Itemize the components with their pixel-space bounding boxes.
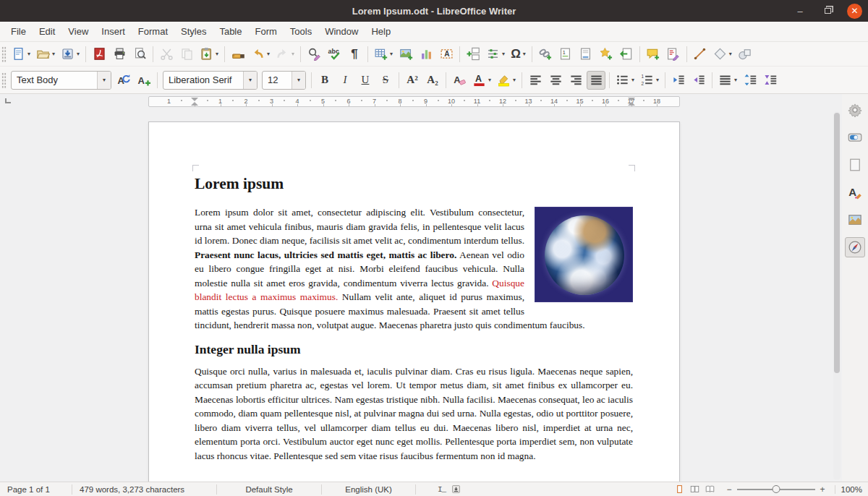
show-draw-functions-button[interactable] xyxy=(736,45,754,64)
dropdown-arrow-icon[interactable]: ▾ xyxy=(502,51,505,57)
vertical-scrollbar[interactable] xyxy=(833,111,841,480)
menu-view[interactable]: View xyxy=(61,23,95,40)
find-and-replace-button[interactable] xyxy=(305,45,323,64)
properties-deck-tab[interactable] xyxy=(845,127,865,147)
strikethrough-button[interactable]: S xyxy=(376,71,395,90)
menu-window[interactable]: Window xyxy=(318,23,365,40)
tab-stop-selector-icon[interactable] xyxy=(5,98,11,103)
menu-table[interactable]: Table xyxy=(213,23,248,40)
align-right-button[interactable] xyxy=(566,71,585,90)
dropdown-arrow-icon[interactable]: ▾ xyxy=(390,51,393,57)
document-heading-1[interactable]: Lorem ipsum xyxy=(195,174,633,193)
dropdown-arrow-icon[interactable]: ▾ xyxy=(513,77,516,83)
insert-page-break-button[interactable] xyxy=(464,45,482,64)
line-spacing-button[interactable]: ▾ xyxy=(716,71,739,90)
chevron-down-icon[interactable]: ▾ xyxy=(292,72,305,89)
right-indent-marker[interactable] xyxy=(628,98,635,101)
restore-button[interactable] xyxy=(820,3,835,19)
zoom-slider-thumb[interactable] xyxy=(772,485,780,493)
document-image-earth[interactable] xyxy=(535,207,633,302)
formatting-marks-button[interactable]: ¶ xyxy=(345,45,364,64)
zoom-slider[interactable]: − + xyxy=(723,484,829,495)
chevron-down-icon[interactable]: ▾ xyxy=(243,72,257,89)
open-file-button[interactable]: ▾ xyxy=(34,45,57,64)
align-center-button[interactable] xyxy=(546,71,565,90)
print-button[interactable] xyxy=(110,45,129,64)
zoom-in-icon[interactable]: + xyxy=(817,484,829,495)
document-heading-2[interactable]: Integer nulla ipsum xyxy=(195,341,633,357)
scrollbar-thumb[interactable] xyxy=(834,113,840,373)
save-button[interactable]: ▾ xyxy=(59,45,82,64)
font-name-combo-value[interactable]: Liberation Serif xyxy=(163,74,243,85)
menu-format[interactable]: Format xyxy=(132,23,174,40)
menu-form[interactable]: Form xyxy=(248,23,283,40)
zoom-level-value[interactable]: 100% xyxy=(835,485,868,494)
toolbar-drag-handle[interactable] xyxy=(1,72,7,88)
unordered-list-button[interactable]: ▾ xyxy=(613,71,637,90)
new-style-button[interactable] xyxy=(135,71,153,90)
menu-styles[interactable]: Styles xyxy=(174,23,213,40)
dropdown-arrow-icon[interactable]: ▾ xyxy=(216,51,218,57)
document-modified-icon[interactable] xyxy=(451,484,461,494)
first-line-indent-marker[interactable] xyxy=(191,102,198,106)
word-count-status[interactable]: 479 words, 3,273 characters xyxy=(72,484,217,495)
cut-button[interactable] xyxy=(157,45,176,64)
text-segment-bold[interactable]: Praesent nunc lacus, ultricies sed matti… xyxy=(195,249,456,260)
page-number-status[interactable]: Page 1 of 1 xyxy=(0,484,72,495)
paste-button[interactable]: ▾ xyxy=(197,45,221,64)
page-style-status[interactable]: Default Style xyxy=(217,484,322,495)
menu-insert[interactable]: Insert xyxy=(95,23,132,40)
print-preview-button[interactable] xyxy=(130,45,149,64)
insert-image-button[interactable] xyxy=(396,45,415,64)
text-language-status[interactable]: English (UK) xyxy=(322,484,416,495)
styles-deck-tab[interactable] xyxy=(845,182,865,202)
toolbar-drag-handle[interactable] xyxy=(1,46,7,62)
zoom-slider-track[interactable] xyxy=(737,489,815,490)
align-left-button[interactable] xyxy=(526,71,545,90)
underline-button[interactable]: U xyxy=(356,71,375,90)
insert-special-character-button[interactable]: Ω▾ xyxy=(509,45,528,64)
italic-button[interactable]: I xyxy=(336,71,354,90)
dropdown-arrow-icon[interactable]: ▾ xyxy=(631,77,634,83)
clear-formatting-button[interactable] xyxy=(450,71,469,90)
dropdown-arrow-icon[interactable]: ▾ xyxy=(523,51,526,57)
dropdown-arrow-icon[interactable]: ▾ xyxy=(52,51,55,57)
font-name-combo[interactable]: Liberation Serif▾ xyxy=(163,71,258,90)
dropdown-arrow-icon[interactable]: ▾ xyxy=(729,51,732,57)
font-size-combo-value[interactable]: 12 xyxy=(263,74,292,85)
insert-comment-button[interactable] xyxy=(644,45,663,64)
horizontal-ruler[interactable]: 1123456789101112131415161718 xyxy=(148,96,680,107)
insert-chart-button[interactable] xyxy=(417,45,435,64)
selection-mode-icon[interactable]: I_ xyxy=(438,485,446,494)
dropdown-arrow-icon[interactable]: ▾ xyxy=(27,51,30,57)
insert-footnote-button[interactable] xyxy=(556,45,575,64)
paragraph-style-combo[interactable]: Text Body▾ xyxy=(11,71,111,90)
dropdown-arrow-icon[interactable]: ▾ xyxy=(292,51,294,57)
menu-help[interactable]: Help xyxy=(365,23,397,40)
insert-bookmark-button[interactable] xyxy=(597,45,616,64)
new-document-button[interactable]: ▾ xyxy=(9,45,33,64)
left-indent-marker[interactable] xyxy=(191,98,198,101)
document-paragraph-2[interactable]: Quisque orci nulla, varius in malesuada … xyxy=(195,364,633,463)
text-segment-normal[interactable]: Lorem ipsum dolor sit amet, consectetur … xyxy=(195,207,524,246)
basic-shapes-button[interactable]: ▾ xyxy=(711,45,734,64)
bold-button[interactable]: B xyxy=(315,71,334,90)
title-bar[interactable]: Lorem Ipsum.odt - LibreOffice Writer – ✕ xyxy=(0,0,868,22)
insert-line-button[interactable] xyxy=(691,45,710,64)
font-size-combo[interactable]: 12▾ xyxy=(262,71,306,90)
decrease-paragraph-spacing-button[interactable] xyxy=(761,71,780,90)
insert-cross-reference-button[interactable] xyxy=(617,45,636,64)
single-page-view-icon[interactable] xyxy=(675,484,684,494)
undo-button[interactable]: ▾ xyxy=(249,45,272,64)
document-paragraph-1[interactable]: Lorem ipsum dolor sit amet, consectetur … xyxy=(195,205,633,333)
gallery-deck-tab[interactable] xyxy=(845,210,865,230)
close-button[interactable]: ✕ xyxy=(847,4,862,19)
menu-edit[interactable]: Edit xyxy=(33,23,61,40)
multi-page-view-icon[interactable] xyxy=(690,484,699,494)
highlight-color-button[interactable]: ▾ xyxy=(495,71,518,90)
paragraph-style-combo-value[interactable]: Text Body xyxy=(12,74,97,85)
insert-field-button[interactable]: ▾ xyxy=(484,45,507,64)
dropdown-arrow-icon[interactable]: ▾ xyxy=(267,51,270,57)
menu-file[interactable]: File xyxy=(4,23,33,40)
copy-button[interactable] xyxy=(177,45,196,64)
